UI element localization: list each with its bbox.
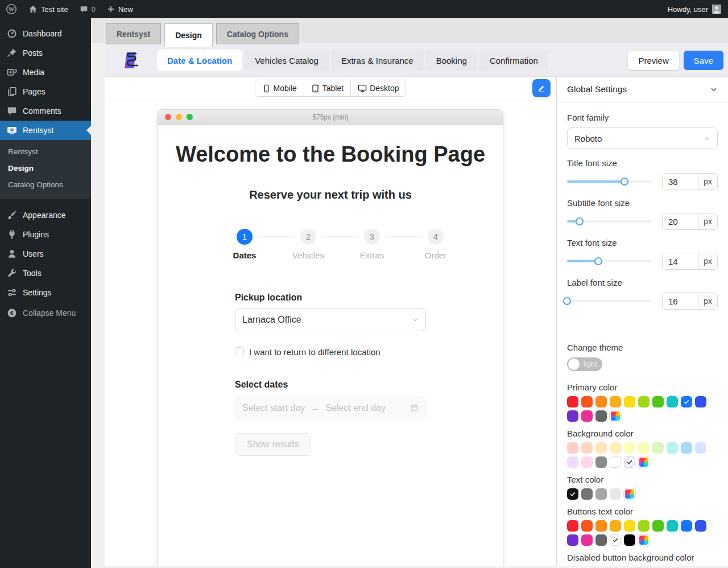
swatch-f4ffb8[interactable] [638, 442, 650, 454]
pickup-location-select[interactable]: Larnaca Office [235, 308, 426, 331]
page-tab-extras-insurance[interactable]: Extras & Insurance [331, 50, 424, 71]
swatch-13c2c2[interactable] [667, 520, 678, 532]
swatch-f5222d[interactable] [567, 520, 578, 532]
sidebar-item-settings[interactable]: Settings [0, 283, 91, 302]
swatch-1677ff[interactable] [681, 396, 692, 408]
swatch-737373[interactable] [581, 488, 593, 500]
swatch-rainbow[interactable] [638, 456, 650, 468]
sidebar-item-users[interactable]: Users [0, 244, 91, 264]
swatch-fff1b8[interactable] [610, 442, 621, 454]
page-tab-booking[interactable]: Booking [426, 50, 477, 71]
theme-toggle[interactable]: light [567, 357, 602, 371]
swatch-8c8c8c[interactable] [595, 456, 607, 468]
account-menu[interactable]: Howdy, user [668, 5, 728, 14]
swatch-111111[interactable] [567, 488, 578, 500]
swatch-722ed1[interactable] [567, 534, 578, 546]
sidebar-item-tools[interactable]: Tools [0, 264, 91, 283]
swatch-d9f7be[interactable] [652, 442, 664, 454]
new-content-menu[interactable]: New [101, 0, 139, 18]
swatch-2f54eb[interactable] [695, 520, 706, 532]
sidebar-item-appearance[interactable]: Appearance [0, 205, 91, 225]
page-tab-vehicles-catalog[interactable]: Vehicles Catalog [245, 50, 329, 71]
swatch-rainbow[interactable] [610, 410, 621, 422]
title-font-size-input[interactable] [663, 174, 698, 190]
sidebar-item-collapse-menu[interactable]: Collapse Menu [0, 303, 91, 323]
sidebar-subitem-design[interactable]: Design [0, 160, 91, 176]
step-circle[interactable]: 2 [300, 229, 316, 245]
swatch-ffffff[interactable] [610, 534, 621, 546]
swatch-a8d8ff[interactable] [681, 442, 692, 454]
slider-handle[interactable] [621, 178, 628, 186]
swatch-ffd8bf[interactable] [581, 442, 593, 454]
swatch-faad14[interactable] [610, 520, 621, 532]
swatch-ffe7ba[interactable] [595, 442, 607, 454]
sidebar-item-posts[interactable]: Posts [0, 43, 91, 63]
device-button-tablet[interactable]: Tablet [304, 80, 351, 96]
swatch-b5f5ec[interactable] [667, 442, 678, 454]
swatch-ffd6e7[interactable] [581, 456, 593, 468]
global-settings-header[interactable]: Global Settings [557, 77, 728, 102]
device-button-desktop[interactable]: Desktop [351, 80, 406, 96]
sidebar-item-plugins[interactable]: Plugins [0, 225, 91, 244]
swatch-1677ff[interactable] [681, 520, 692, 532]
slider-handle[interactable] [576, 217, 584, 225]
swatch-transparent[interactable] [624, 456, 635, 468]
swatch-efdbff[interactable] [567, 456, 578, 468]
step-dates[interactable]: 1Dates [237, 229, 300, 245]
text-font-size-input[interactable] [663, 253, 698, 269]
swatch-fa8c16[interactable] [595, 520, 607, 532]
swatch-fa541c[interactable] [581, 520, 593, 532]
swatch-eb2f96[interactable] [581, 534, 593, 546]
swatch-666666[interactable] [595, 534, 607, 546]
page-tab-confirmation[interactable]: Confirmation [479, 50, 548, 71]
swatch-f5222d[interactable] [567, 396, 578, 408]
swatch-rainbow[interactable] [638, 534, 650, 546]
subtitle-font-size-slider[interactable] [567, 220, 651, 223]
sidebar-item-dashboard[interactable]: Dashboard [0, 24, 91, 43]
label-font-size-input[interactable] [663, 293, 698, 309]
swatch-fa541c[interactable] [581, 396, 593, 408]
sidebar-item-pages[interactable]: Pages [0, 82, 91, 101]
swatch-faad14[interactable] [610, 396, 621, 408]
return-checkbox[interactable] [235, 347, 244, 356]
subtitle-font-size-input[interactable] [663, 213, 698, 229]
sidebar-subitem-catalog-options[interactable]: Catalog Options [0, 176, 91, 193]
swatch-ffffb8[interactable] [624, 442, 635, 454]
step-order[interactable]: 4Order [428, 229, 444, 245]
step-vehicles[interactable]: 2Vehicles [300, 229, 364, 245]
sidebar-item-comments[interactable]: Comments [0, 101, 91, 121]
step-circle[interactable]: 3 [364, 229, 380, 245]
end-date-input[interactable]: Select end day [325, 403, 386, 413]
site-name-link[interactable]: Test site [23, 0, 74, 18]
step-circle[interactable]: 1 [237, 229, 253, 245]
font-family-select[interactable]: Roboto [567, 127, 718, 149]
swatch-ffccc7[interactable] [567, 442, 578, 454]
title-font-size-slider[interactable] [567, 180, 651, 183]
label-font-size-slider[interactable] [567, 300, 651, 302]
swatch-666666[interactable] [595, 410, 607, 422]
swatch-52c41a[interactable] [652, 520, 664, 532]
swatch-d6e4ff[interactable] [695, 442, 706, 454]
tab-catalog-options[interactable]: Catalog Options [216, 23, 299, 44]
comments-shortcut[interactable]: 0 [74, 0, 101, 18]
return-different-location-option[interactable]: I want to return to different location [235, 347, 426, 357]
edit-button[interactable] [532, 79, 551, 97]
step-extras[interactable]: 3Extras [364, 229, 428, 245]
swatch-a6a6a6[interactable] [595, 488, 607, 500]
text-font-size-slider[interactable] [567, 260, 651, 262]
show-results-button[interactable]: Show results [235, 433, 311, 456]
sidebar-subitem-rentsyst[interactable]: Rentsyst [0, 143, 91, 160]
slider-handle[interactable] [594, 257, 602, 265]
swatch-52c41a[interactable] [652, 396, 664, 408]
sidebar-item-media[interactable]: Media [0, 63, 91, 82]
wp-logo-menu[interactable]: W [0, 0, 23, 18]
swatch-000000[interactable] [624, 534, 635, 546]
swatch-a0d911[interactable] [638, 396, 650, 408]
swatch-eb2f96[interactable] [581, 410, 593, 422]
swatch-13c2c2[interactable] [667, 396, 678, 408]
tab-rentsyst[interactable]: Rentsyst [106, 23, 161, 44]
swatch-rainbow[interactable] [624, 488, 635, 500]
slider-handle[interactable] [563, 297, 571, 305]
preview-button[interactable]: Preview [628, 51, 679, 70]
swatch-722ed1[interactable] [567, 410, 578, 422]
